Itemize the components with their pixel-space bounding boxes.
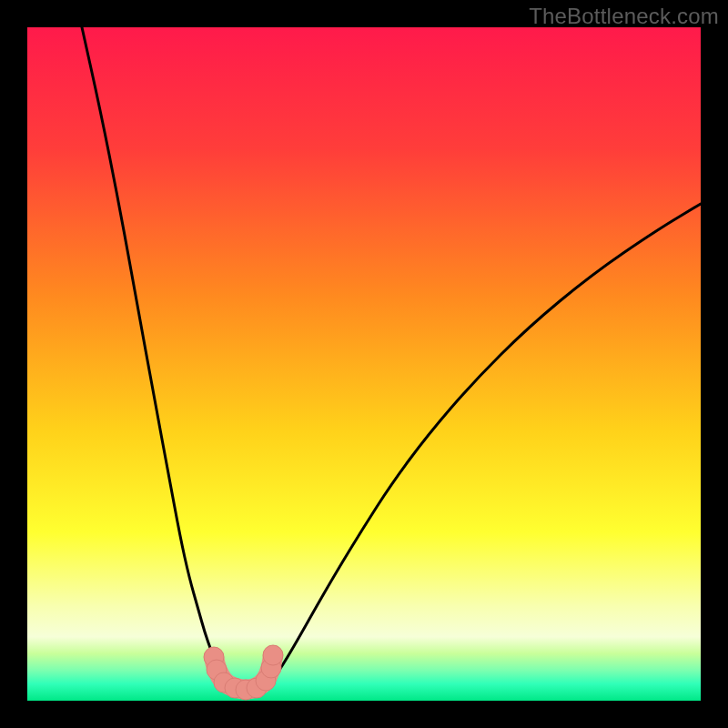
watermark-text: TheBottleneck.com — [529, 4, 719, 29]
valley-marker-dots — [204, 645, 283, 700]
plot-area — [27, 27, 701, 701]
valley-marker-dot — [263, 645, 283, 665]
curve-right-branch — [271, 204, 701, 682]
curve-left-branch — [82, 27, 228, 682]
curve-layer — [27, 27, 701, 701]
chart-frame: TheBottleneck.com — [0, 0, 728, 728]
